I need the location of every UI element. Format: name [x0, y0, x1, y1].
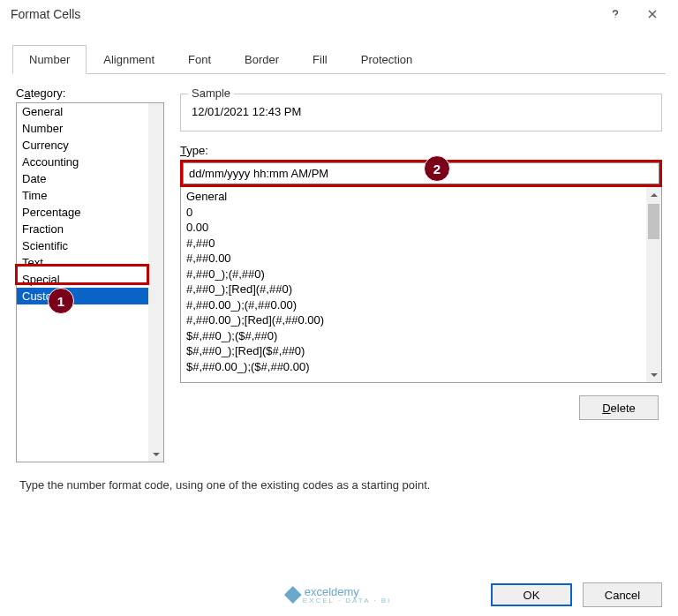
tab-alignment[interactable]: Alignment [87, 45, 171, 74]
scroll-down-icon[interactable] [153, 447, 160, 462]
tab-number[interactable]: Number [12, 45, 87, 74]
type-label: Type: [180, 144, 662, 157]
help-button[interactable] [597, 2, 634, 26]
sample-label: Sample [188, 86, 234, 100]
tab-protection[interactable]: Protection [344, 45, 430, 74]
annotation-callout-1: 1 [48, 288, 74, 314]
category-item[interactable]: Time [17, 187, 163, 204]
sample-box: Sample 12/01/2021 12:43 PM [180, 94, 662, 131]
hint-text: Type the number format code, using one o… [12, 462, 666, 492]
annotation-callout-2: 2 [424, 155, 450, 182]
type-option[interactable]: General [186, 189, 641, 205]
category-list[interactable]: General Number Currency Accounting Date … [16, 102, 164, 462]
tab-border[interactable]: Border [228, 45, 296, 74]
category-item[interactable]: Date [17, 170, 163, 187]
format-details: Sample 12/01/2021 12:43 PM Type: General… [180, 86, 662, 462]
sample-value: 12/01/2021 12:43 PM [190, 103, 652, 120]
category-item[interactable]: Fraction [17, 221, 163, 237]
logo-icon [284, 586, 302, 604]
type-option[interactable]: 0.00 [186, 220, 641, 236]
category-item[interactable]: Scientific [17, 237, 163, 254]
dialog-footer: exceldemy EXCEL · DATA · BI OK Cancel [0, 574, 678, 616]
type-option[interactable]: $#,##0_);($#,##0) [186, 328, 641, 344]
category-item[interactable]: General [17, 103, 163, 120]
category-scrollbar[interactable] [148, 103, 163, 462]
category-column: Category: General Number Currency Accoun… [16, 86, 164, 462]
category-label: Category: [16, 86, 164, 100]
type-option[interactable]: #,##0_);[Red](#,##0) [186, 282, 641, 297]
type-option[interactable]: #,##0 [186, 236, 641, 252]
tabstrip: Number Alignment Font Border Fill Protec… [12, 44, 666, 74]
type-option[interactable]: $#,##0_);[Red]($#,##0) [186, 343, 641, 359]
category-item[interactable]: Accounting [17, 154, 163, 170]
watermark: exceldemy EXCEL · DATA · BI [287, 586, 392, 605]
type-option[interactable]: #,##0_);(#,##0) [186, 267, 641, 282]
type-option[interactable]: #,##0.00 [186, 251, 641, 267]
dialog-title: Format Cells [11, 7, 597, 21]
type-option[interactable]: #,##0.00_);(#,##0.00) [186, 297, 641, 313]
type-option[interactable]: $#,##0.00_);($#,##0.00) [186, 359, 641, 375]
category-item[interactable]: Special [17, 271, 163, 288]
scroll-down-icon[interactable] [646, 367, 661, 382]
type-input[interactable] [183, 162, 659, 184]
delete-button[interactable]: Delete [579, 395, 659, 420]
scroll-up-icon[interactable] [646, 187, 661, 202]
tab-fill[interactable]: Fill [296, 45, 344, 74]
titlebar: Format Cells [0, 0, 678, 28]
scrollbar-thumb[interactable] [648, 204, 659, 239]
category-item[interactable]: Number [17, 120, 163, 137]
category-item[interactable]: Currency [17, 137, 163, 154]
category-item[interactable]: Percentage [17, 204, 163, 221]
type-scrollbar[interactable] [646, 187, 661, 382]
tab-font[interactable]: Font [171, 45, 228, 74]
cancel-button[interactable]: Cancel [583, 582, 662, 607]
type-input-highlight [180, 160, 662, 187]
category-item-selected[interactable]: Custom [17, 288, 163, 304]
close-button[interactable] [634, 2, 671, 26]
category-item[interactable]: Text [17, 254, 163, 271]
type-option[interactable]: 0 [186, 205, 641, 221]
dialog-content: Number Alignment Font Border Fill Protec… [0, 28, 678, 574]
type-option[interactable]: #,##0.00_);[Red](#,##0.00) [186, 312, 641, 328]
ok-button[interactable]: OK [491, 583, 572, 606]
type-list[interactable]: General 0 0.00 #,##0 #,##0.00 #,##0_);(#… [180, 187, 662, 383]
